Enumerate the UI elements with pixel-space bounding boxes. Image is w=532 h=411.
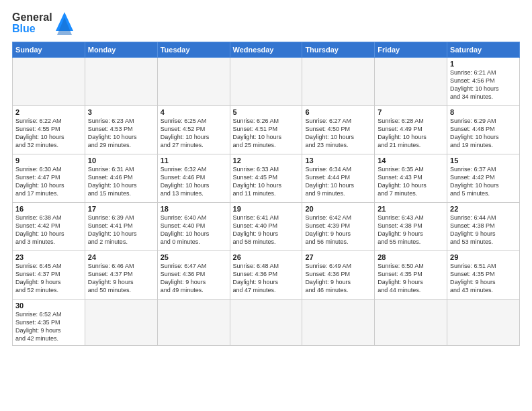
calendar-cell: 20Sunrise: 6:42 AM Sunset: 4:39 PM Dayli… (302, 203, 375, 251)
calendar-cell: 19Sunrise: 6:41 AM Sunset: 4:40 PM Dayli… (230, 203, 302, 251)
calendar-cell: 2Sunrise: 6:22 AM Sunset: 4:55 PM Daylig… (13, 106, 85, 154)
day-number: 25 (161, 253, 227, 261)
day-number: 20 (305, 205, 371, 213)
day-info: Sunrise: 6:49 AM Sunset: 4:36 PM Dayligh… (305, 262, 371, 295)
day-number: 28 (378, 253, 444, 261)
day-info: Sunrise: 6:43 AM Sunset: 4:38 PM Dayligh… (378, 214, 444, 246)
day-number: 24 (88, 253, 154, 261)
logo-area: General Blue (12, 11, 75, 36)
calendar-cell: 16Sunrise: 6:38 AM Sunset: 4:42 PM Dayli… (13, 203, 85, 251)
day-number: 27 (305, 253, 371, 261)
weekday-header: Saturday (447, 42, 520, 58)
day-number: 13 (305, 156, 371, 165)
day-info: Sunrise: 6:33 AM Sunset: 4:45 PM Dayligh… (233, 165, 300, 198)
day-info: Sunrise: 6:40 AM Sunset: 4:40 PM Dayligh… (161, 214, 227, 246)
weekday-header: Monday (85, 42, 157, 58)
day-number: 1 (450, 60, 517, 68)
calendar-cell (85, 300, 157, 346)
calendar-cell (302, 58, 375, 106)
header: General Blue (12, 11, 520, 36)
day-number: 6 (305, 108, 371, 116)
calendar-cell: 7Sunrise: 6:28 AM Sunset: 4:49 PM Daylig… (375, 106, 447, 154)
calendar-cell: 1Sunrise: 6:21 AM Sunset: 4:56 PM Daylig… (447, 58, 520, 106)
calendar-week-row: 30Sunrise: 6:52 AM Sunset: 4:35 PM Dayli… (13, 300, 520, 346)
day-info: Sunrise: 6:42 AM Sunset: 4:39 PM Dayligh… (305, 214, 371, 246)
day-info: Sunrise: 6:28 AM Sunset: 4:49 PM Dayligh… (378, 117, 444, 150)
calendar-table: SundayMondayTuesdayWednesdayThursdayFrid… (12, 42, 520, 346)
day-info: Sunrise: 6:51 AM Sunset: 4:35 PM Dayligh… (450, 262, 517, 295)
day-info: Sunrise: 6:41 AM Sunset: 4:40 PM Dayligh… (233, 214, 300, 246)
calendar-cell: 4Sunrise: 6:25 AM Sunset: 4:52 PM Daylig… (157, 106, 230, 154)
day-number: 21 (378, 205, 444, 213)
page: General Blue SundayMondayTuesdayWednesda… (0, 0, 532, 411)
day-number: 29 (450, 253, 517, 261)
day-number: 19 (233, 205, 300, 213)
calendar-cell (302, 300, 375, 346)
calendar-cell: 13Sunrise: 6:34 AM Sunset: 4:44 PM Dayli… (302, 154, 375, 203)
day-number: 7 (378, 108, 444, 116)
weekday-header: Thursday (302, 42, 375, 58)
weekday-header: Sunday (13, 42, 85, 58)
day-info: Sunrise: 6:25 AM Sunset: 4:52 PM Dayligh… (161, 117, 227, 150)
day-info: Sunrise: 6:39 AM Sunset: 4:41 PM Dayligh… (88, 214, 154, 246)
calendar-cell (85, 58, 157, 106)
calendar-cell: 28Sunrise: 6:50 AM Sunset: 4:35 PM Dayli… (375, 251, 447, 300)
day-number: 22 (450, 205, 517, 213)
calendar-cell (157, 58, 230, 106)
calendar-cell: 6Sunrise: 6:27 AM Sunset: 4:50 PM Daylig… (302, 106, 375, 154)
calendar-cell: 29Sunrise: 6:51 AM Sunset: 4:35 PM Dayli… (447, 251, 520, 300)
calendar-cell: 8Sunrise: 6:29 AM Sunset: 4:48 PM Daylig… (447, 106, 520, 154)
logo-blue-text: Blue (12, 24, 52, 35)
logo: General Blue (12, 11, 75, 36)
day-info: Sunrise: 6:44 AM Sunset: 4:38 PM Dayligh… (450, 214, 517, 246)
day-number: 8 (450, 108, 517, 116)
day-number: 18 (161, 205, 227, 213)
calendar-cell (230, 58, 302, 106)
day-number: 26 (233, 253, 300, 261)
calendar-cell (157, 300, 230, 346)
calendar-cell: 15Sunrise: 6:37 AM Sunset: 4:42 PM Dayli… (447, 154, 520, 203)
weekday-header: Wednesday (230, 42, 302, 58)
day-number: 16 (15, 205, 82, 213)
calendar-cell (230, 300, 302, 346)
day-number: 11 (161, 156, 227, 165)
day-number: 14 (378, 156, 444, 165)
day-info: Sunrise: 6:38 AM Sunset: 4:42 PM Dayligh… (15, 214, 82, 246)
logo-icon (54, 11, 75, 36)
day-number: 5 (233, 108, 300, 116)
day-info: Sunrise: 6:22 AM Sunset: 4:55 PM Dayligh… (15, 117, 82, 150)
weekday-header: Friday (375, 42, 447, 58)
calendar-cell: 27Sunrise: 6:49 AM Sunset: 4:36 PM Dayli… (302, 251, 375, 300)
day-info: Sunrise: 6:31 AM Sunset: 4:46 PM Dayligh… (88, 165, 154, 198)
calendar-cell (13, 58, 85, 106)
calendar-cell: 22Sunrise: 6:44 AM Sunset: 4:38 PM Dayli… (447, 203, 520, 251)
day-info: Sunrise: 6:47 AM Sunset: 4:36 PM Dayligh… (161, 262, 227, 295)
calendar-cell (375, 58, 447, 106)
day-number: 4 (161, 108, 227, 116)
calendar-cell: 11Sunrise: 6:32 AM Sunset: 4:46 PM Dayli… (157, 154, 230, 203)
calendar-cell (447, 300, 520, 346)
day-info: Sunrise: 6:50 AM Sunset: 4:35 PM Dayligh… (378, 262, 444, 295)
calendar-week-row: 9Sunrise: 6:30 AM Sunset: 4:47 PM Daylig… (13, 154, 520, 203)
day-number: 30 (15, 302, 82, 310)
calendar-cell: 24Sunrise: 6:46 AM Sunset: 4:37 PM Dayli… (85, 251, 157, 300)
calendar-cell: 30Sunrise: 6:52 AM Sunset: 4:35 PM Dayli… (13, 300, 85, 346)
calendar-cell: 12Sunrise: 6:33 AM Sunset: 4:45 PM Dayli… (230, 154, 302, 203)
calendar-cell: 26Sunrise: 6:48 AM Sunset: 4:36 PM Dayli… (230, 251, 302, 300)
day-number: 12 (233, 156, 300, 165)
calendar-cell: 18Sunrise: 6:40 AM Sunset: 4:40 PM Dayli… (157, 203, 230, 251)
day-info: Sunrise: 6:48 AM Sunset: 4:36 PM Dayligh… (233, 262, 300, 295)
day-number: 10 (88, 156, 154, 165)
calendar-cell: 14Sunrise: 6:35 AM Sunset: 4:43 PM Dayli… (375, 154, 447, 203)
day-info: Sunrise: 6:52 AM Sunset: 4:35 PM Dayligh… (15, 310, 82, 343)
calendar-cell: 10Sunrise: 6:31 AM Sunset: 4:46 PM Dayli… (85, 154, 157, 203)
calendar-cell: 3Sunrise: 6:23 AM Sunset: 4:53 PM Daylig… (85, 106, 157, 154)
calendar-cell: 25Sunrise: 6:47 AM Sunset: 4:36 PM Dayli… (157, 251, 230, 300)
day-info: Sunrise: 6:21 AM Sunset: 4:56 PM Dayligh… (450, 68, 517, 101)
day-number: 3 (88, 108, 154, 116)
day-info: Sunrise: 6:23 AM Sunset: 4:53 PM Dayligh… (88, 117, 154, 150)
calendar-week-row: 2Sunrise: 6:22 AM Sunset: 4:55 PM Daylig… (13, 106, 520, 154)
day-info: Sunrise: 6:46 AM Sunset: 4:37 PM Dayligh… (88, 262, 154, 295)
calendar-header-row: SundayMondayTuesdayWednesdayThursdayFrid… (13, 42, 520, 58)
calendar-week-row: 1Sunrise: 6:21 AM Sunset: 4:56 PM Daylig… (13, 58, 520, 106)
